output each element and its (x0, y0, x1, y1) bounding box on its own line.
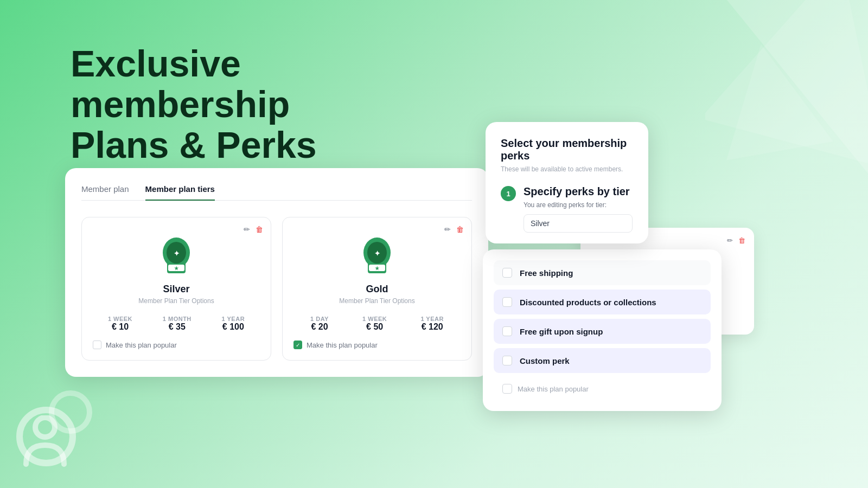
gold-pricing: 1 DAY € 20 1 WEEK € 50 1 YEAR € 120 (293, 316, 461, 332)
tab-member-plan[interactable]: Member plan (81, 184, 129, 200)
gold-period-1-price: € 20 (310, 322, 329, 332)
gold-popular[interactable]: Make this plan popular (293, 341, 461, 349)
step-number: 1 (501, 186, 516, 201)
svg-text:✦: ✦ (374, 249, 380, 258)
silver-period-1-price: € 10 (108, 322, 132, 332)
plan-columns: ✏ 🗑 ★ ✦ Silver Member Plan Tier Options … (81, 217, 472, 361)
custom-perk-label: Custom perk (520, 356, 570, 365)
tabs: Member plan Member plan tiers (81, 184, 472, 201)
gold-name: Gold (293, 284, 461, 295)
specify-perks-item: 1 Specify perks by tier You are editing … (501, 185, 633, 233)
gold-tier-icon: ★ ✦ (293, 236, 461, 277)
perk-item-custom[interactable]: Custom perk (494, 348, 711, 373)
silver-period-1-label: 1 WEEK (108, 316, 132, 322)
specify-content: Specify perks by tier You are editing pe… (524, 185, 633, 233)
silver-actions: ✏ 🗑 (244, 225, 263, 234)
perk-item-free-gift[interactable]: Free gift upon signup (494, 319, 711, 344)
discounted-label: Discounted products or collections (520, 298, 656, 307)
custom-perk-checkbox[interactable] (502, 356, 512, 365)
page-title: Exclusive membership Plans & Perks (71, 43, 353, 165)
deco-triangle-2 (716, 43, 825, 152)
silver-period-2-price: € 35 (163, 322, 192, 332)
third-plan-delete-icon[interactable]: 🗑 (738, 236, 745, 245)
perks-select-card: Select your membership perks These will … (486, 122, 648, 243)
gold-period-1-label: 1 DAY (310, 316, 329, 322)
free-gift-checkbox[interactable] (502, 326, 512, 336)
discounted-checkbox[interactable] (502, 297, 512, 307)
third-plan-edit-icon[interactable]: ✏ (727, 236, 733, 245)
svg-point-14 (35, 418, 55, 437)
gold-edit-icon[interactable]: ✏ (444, 225, 451, 234)
gold-period-2-price: € 50 (362, 322, 387, 332)
silver-popular[interactable]: Make this plan popular (93, 341, 260, 349)
gold-popular-checkbox[interactable] (293, 341, 302, 349)
bottom-popular-checkbox[interactable] (502, 384, 512, 394)
gold-popular-label: Make this plan popular (307, 341, 378, 349)
plan-silver: ✏ 🗑 ★ ✦ Silver Member Plan Tier Options … (81, 217, 271, 361)
svg-text:★: ★ (174, 266, 179, 271)
gold-delete-icon[interactable]: 🗑 (456, 225, 464, 234)
silver-subtitle: Member Plan Tier Options (93, 297, 260, 305)
silver-delete-icon[interactable]: 🗑 (256, 225, 263, 234)
gold-subtitle: Member Plan Tier Options (293, 297, 461, 305)
free-shipping-checkbox[interactable] (502, 268, 512, 278)
silver-name: Silver (93, 284, 260, 295)
perks-list-card: Free shipping Discounted products or col… (483, 249, 722, 411)
gold-period-2-label: 1 WEEK (362, 316, 387, 322)
silver-pricing: 1 WEEK € 10 1 MONTH € 35 1 YEAR € 100 (93, 316, 260, 332)
free-shipping-label: Free shipping (520, 268, 573, 278)
gold-period-3-label: 1 YEAR (420, 316, 444, 322)
plan-gold: ✏ 🗑 ★ ✦ Gold Member Plan Tier Options 1 … (282, 217, 472, 361)
member-plan-card: Member plan Member plan tiers ✏ 🗑 ★ ✦ Si… (65, 168, 488, 377)
tab-member-plan-tiers[interactable]: Member plan tiers (145, 184, 215, 200)
perk-item-free-shipping[interactable]: Free shipping (494, 260, 711, 285)
silver-popular-label: Make this plan popular (106, 341, 177, 349)
perks-select-title: Select your membership perks (501, 137, 633, 162)
specify-perks-desc: You are editing perks for tier: (524, 201, 633, 209)
silver-edit-icon[interactable]: ✏ (244, 225, 250, 234)
tier-input[interactable] (524, 214, 633, 233)
gold-period-3-price: € 120 (420, 322, 444, 332)
free-gift-label: Free gift upon signup (520, 327, 603, 336)
svg-text:★: ★ (375, 266, 380, 271)
perks-select-subtitle: These will be available to active member… (501, 165, 633, 173)
gold-actions: ✏ 🗑 (444, 225, 464, 234)
silver-popular-checkbox[interactable] (93, 341, 101, 349)
deco-person (21, 415, 69, 472)
silver-period-3-price: € 100 (222, 322, 245, 332)
specify-perks-title: Specify perks by tier (524, 185, 633, 198)
silver-period-3-label: 1 YEAR (222, 316, 245, 322)
silver-tier-icon: ★ ✦ (93, 236, 260, 277)
svg-text:✦: ✦ (174, 249, 180, 258)
bottom-bar[interactable]: Make this plan popular (494, 377, 711, 400)
perk-item-discounted[interactable]: Discounted products or collections (494, 290, 711, 314)
silver-period-2-label: 1 MONTH (163, 316, 192, 322)
bottom-popular-label: Make this plan popular (518, 385, 589, 393)
